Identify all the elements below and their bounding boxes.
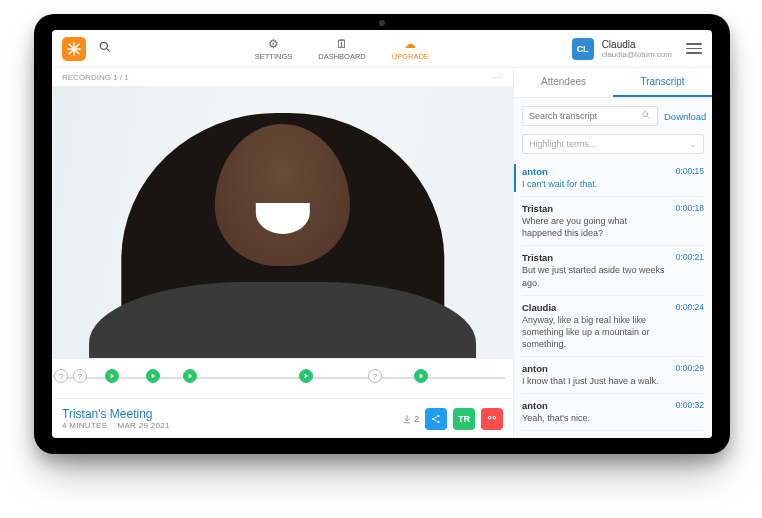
- tabs: Attendees Transcript: [514, 68, 712, 98]
- chevron-down-icon: ⌄: [689, 139, 697, 149]
- user-area[interactable]: CL Claudia claudia@lotum.com: [572, 38, 702, 60]
- nav-upgrade[interactable]: ☁ UPGRADE: [392, 37, 429, 61]
- meeting-title[interactable]: Tristan's Meeting: [62, 407, 170, 421]
- entry-time: 0:00:24: [676, 302, 704, 312]
- svg-point-4: [100, 42, 107, 49]
- transcript-entry[interactable]: antonI can't wait for that.0:00:15: [522, 160, 704, 196]
- meeting-date: MAR 29 2021: [117, 421, 169, 430]
- avatar: CL: [572, 38, 594, 60]
- left-pane: RECORDING 1 / 1 ··· ???: [52, 68, 514, 438]
- transcript-entry[interactable]: antonI know that I just Just have a walk…: [522, 356, 704, 393]
- transcript-entry[interactable]: antonYeah, that's nice.0:00:32: [522, 393, 704, 430]
- svg-point-7: [437, 414, 439, 416]
- timeline[interactable]: ???: [52, 358, 513, 398]
- meeting-meta: 4 MINUTES MAR 29 2021: [62, 421, 170, 430]
- svg-line-5: [106, 48, 109, 51]
- highlight-dropdown[interactable]: Highlight terms... ⌄: [522, 134, 704, 154]
- transcript-entry[interactable]: TristanWhere are you going what happened…: [522, 196, 704, 245]
- nav-center: ⚙ SETTINGS 🗓 DASHBOARD ☁ UPGRADE: [112, 37, 572, 61]
- transcript-entry[interactable]: TristanBut we just started aside two wee…: [522, 245, 704, 294]
- entry-text: I can't wait for that.: [522, 178, 704, 190]
- meeting-duration: 4 MINUTES: [62, 421, 107, 430]
- entry-time: 0:00:15: [676, 166, 704, 176]
- entry-text: Anyway, like a big real hike like someth…: [522, 314, 704, 350]
- entry-time: 0:00:18: [676, 203, 704, 213]
- search-input-icon: [641, 110, 651, 122]
- nav-dashboard[interactable]: 🗓 DASHBOARD: [318, 37, 366, 61]
- tab-attendees[interactable]: Attendees: [514, 68, 613, 97]
- svg-point-13: [643, 112, 648, 117]
- transcript-search-box[interactable]: [522, 106, 658, 126]
- fireflies-badge[interactable]: [481, 408, 503, 430]
- app-logo[interactable]: [62, 37, 86, 61]
- tr-badge[interactable]: TR: [453, 408, 475, 430]
- nav-settings[interactable]: ⚙ SETTINGS: [255, 37, 293, 61]
- svg-point-8: [437, 420, 439, 422]
- entry-text: I know that I just Just have a walk.: [522, 375, 704, 387]
- svg-line-14: [647, 116, 649, 118]
- entry-time: 0:00:21: [676, 252, 704, 262]
- timeline-marker-question[interactable]: ?: [368, 369, 382, 383]
- device-frame: ⚙ SETTINGS 🗓 DASHBOARD ☁ UPGRADE CL Clau…: [34, 14, 730, 454]
- entry-text: Yeah, that's nice.: [522, 412, 704, 424]
- top-bar: ⚙ SETTINGS 🗓 DASHBOARD ☁ UPGRADE CL Clau…: [52, 30, 712, 68]
- app-screen: ⚙ SETTINGS 🗓 DASHBOARD ☁ UPGRADE CL Clau…: [52, 30, 712, 438]
- timeline-marker-question[interactable]: ?: [54, 369, 68, 383]
- entry-time: 0:00:29: [676, 363, 704, 373]
- timeline-marker-highlight[interactable]: [414, 369, 428, 383]
- timeline-track: [60, 377, 505, 379]
- search-icon[interactable]: [98, 40, 112, 58]
- svg-point-11: [489, 417, 490, 418]
- svg-point-12: [494, 417, 495, 418]
- timeline-marker-question[interactable]: ?: [73, 369, 87, 383]
- video-player[interactable]: [52, 86, 513, 358]
- nav-dashboard-label: DASHBOARD: [318, 52, 366, 61]
- entry-text: Where are you going what happened this i…: [522, 215, 704, 239]
- recording-menu-icon[interactable]: ···: [493, 73, 503, 82]
- content: RECORDING 1 / 1 ··· ???: [52, 68, 712, 438]
- user-name: Claudia: [602, 39, 672, 50]
- download-link[interactable]: Download: [664, 111, 706, 122]
- transcript-entry[interactable]: ClaudiaAnyway, like a big real hike like…: [522, 295, 704, 356]
- cloud-up-icon: ☁: [404, 37, 416, 51]
- timeline-marker-highlight[interactable]: [105, 369, 119, 383]
- attendee-count: 2: [402, 414, 419, 424]
- entry-time: 0:00:35: [676, 437, 704, 438]
- timeline-marker-highlight[interactable]: [299, 369, 313, 383]
- timeline-marker-highlight[interactable]: [146, 369, 160, 383]
- meeting-info: Tristan's Meeting 4 MINUTES MAR 29 2021: [62, 407, 170, 430]
- recording-bar: RECORDING 1 / 1 ···: [52, 68, 513, 86]
- share-button[interactable]: [425, 408, 447, 430]
- recording-label: RECORDING 1 / 1: [62, 73, 129, 82]
- nav-settings-label: SETTINGS: [255, 52, 293, 61]
- gear-icon: ⚙: [268, 37, 279, 51]
- tab-transcript[interactable]: Transcript: [613, 68, 712, 97]
- meeting-actions: 2 TR: [402, 408, 503, 430]
- timeline-marker-highlight[interactable]: [183, 369, 197, 383]
- user-email: claudia@lotum.com: [602, 50, 672, 59]
- nav-upgrade-label: UPGRADE: [392, 52, 429, 61]
- user-text: Claudia claudia@lotum.com: [602, 39, 672, 59]
- entry-time: 0:00:32: [676, 400, 704, 410]
- device-camera: [379, 20, 385, 26]
- transcript-entry[interactable]: ClaudiaYeah, I've been going to High Par…: [522, 430, 704, 438]
- menu-icon[interactable]: [686, 43, 702, 54]
- meeting-bar: Tristan's Meeting 4 MINUTES MAR 29 2021 …: [52, 398, 513, 438]
- entry-text: But we just started aside two weeks ago.: [522, 264, 704, 288]
- calendar-icon: 🗓: [336, 37, 348, 51]
- right-pane: Attendees Transcript Download Highlight …: [514, 68, 712, 438]
- transcript-search-row: Download: [514, 98, 712, 134]
- transcript-entries[interactable]: antonI can't wait for that.0:00:15Trista…: [514, 160, 712, 438]
- search-input[interactable]: [529, 111, 641, 121]
- highlight-placeholder: Highlight terms...: [529, 139, 597, 149]
